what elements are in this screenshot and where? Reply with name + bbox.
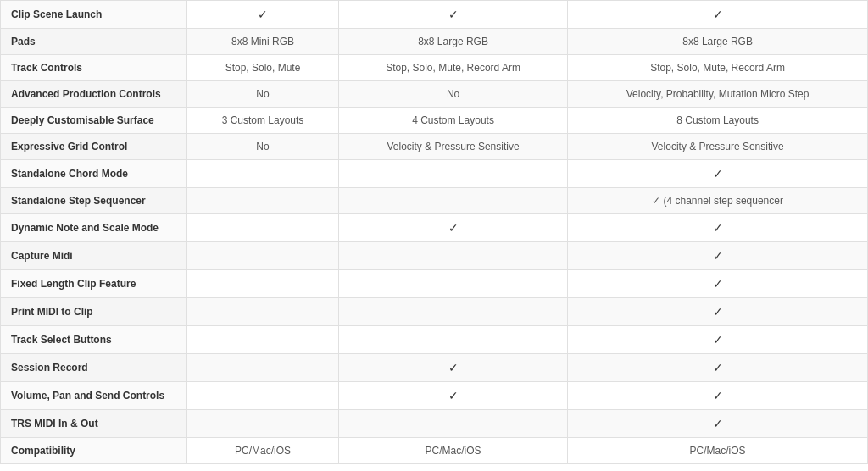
col3-value: ✓: [568, 382, 868, 410]
col2-value: Stop, Solo, Mute, Record Arm: [338, 55, 567, 81]
table-row: Track Select Buttons✓: [1, 326, 868, 354]
feature-label: Session Record: [1, 354, 187, 382]
table-row: Session Record✓✓: [1, 354, 868, 382]
checkmark-icon: ✓: [713, 249, 723, 263]
col3-value: ✓: [568, 1, 868, 29]
col1-value: 3 Custom Layouts: [187, 108, 339, 134]
table-row: Fixed Length Clip Feature✓: [1, 270, 868, 298]
table-row: Dynamic Note and Scale Mode✓✓: [1, 214, 868, 242]
col2-value: ✓: [338, 382, 567, 410]
checkmark-icon: ✓: [713, 417, 723, 430]
col1-value: [187, 188, 339, 214]
col3-value: ✓: [568, 270, 868, 298]
table-row: Track ControlsStop, Solo, MuteStop, Solo…: [1, 55, 868, 81]
col1-value: No: [187, 81, 339, 108]
checkmark-icon: ✓: [713, 361, 723, 374]
col1-value: [187, 382, 339, 410]
col2-value: 4 Custom Layouts: [338, 108, 567, 134]
checkmark-icon: ✓: [713, 167, 723, 180]
col3-value: 8x8 Large RGB: [568, 29, 868, 55]
feature-label: Advanced Production Controls: [1, 81, 187, 108]
col3-value: Stop, Solo, Mute, Record Arm: [568, 55, 868, 81]
col2-value: Velocity & Pressure Sensitive: [338, 134, 567, 160]
table-row: Capture Midi✓: [1, 242, 868, 270]
col2-value: [338, 242, 567, 270]
col1-value: [187, 270, 339, 298]
table-row: Deeply Customisable Surface3 Custom Layo…: [1, 108, 868, 134]
feature-label: TRS MIDI In & Out: [1, 410, 187, 438]
checkmark-icon: ✓: [713, 389, 723, 402]
checkmark-icon: ✓: [713, 277, 723, 291]
feature-label: Pads: [1, 29, 187, 55]
checkmark-icon: ✓: [448, 361, 459, 374]
col2-value: [338, 298, 567, 326]
col3-value: ✓: [568, 160, 868, 188]
col2-value: ✓: [338, 1, 567, 29]
table-row: Advanced Production ControlsNoNoVelocity…: [1, 81, 868, 108]
col2-value: ✓: [338, 354, 567, 382]
col2-value: ✓: [338, 214, 567, 242]
col2-value: [338, 410, 567, 438]
table-row: TRS MIDI In & Out✓: [1, 410, 868, 438]
feature-label: Dynamic Note and Scale Mode: [1, 214, 187, 242]
table-row: Expressive Grid ControlNoVelocity & Pres…: [1, 134, 868, 160]
feature-label: Deeply Customisable Surface: [1, 108, 187, 134]
checkmark-icon: ✓: [448, 8, 459, 21]
col1-value: Stop, Solo, Mute: [187, 55, 339, 81]
col1-value: [187, 410, 339, 438]
comparison-table: Clip Scene Launch✓✓✓Pads8x8 Mini RGB8x8 …: [0, 0, 868, 464]
checkmark-icon: ✓: [713, 221, 723, 235]
col1-value: [187, 354, 339, 382]
col1-value: [187, 242, 339, 270]
feature-label: Capture Midi: [1, 242, 187, 270]
col1-value: [187, 298, 339, 326]
feature-label: Track Select Buttons: [1, 326, 187, 354]
checkmark-icon: ✓: [713, 305, 723, 319]
checkmark-icon: ✓: [713, 333, 723, 346]
checkmark-icon: ✓: [448, 221, 459, 235]
col2-value: 8x8 Large RGB: [338, 29, 567, 55]
col2-value: [338, 188, 567, 214]
feature-label: Expressive Grid Control: [1, 134, 187, 160]
col2-value: [338, 160, 567, 188]
col3-value: ✓ (4 channel step sequencer: [568, 188, 868, 214]
col1-value: 8x8 Mini RGB: [187, 29, 339, 55]
table-row: Pads8x8 Mini RGB8x8 Large RGB8x8 Large R…: [1, 29, 868, 55]
feature-label: Standalone Chord Mode: [1, 160, 187, 188]
col1-value: [187, 160, 339, 188]
feature-label: Volume, Pan and Send Controls: [1, 382, 187, 410]
col3-value: ✓: [568, 298, 868, 326]
table-row: Standalone Step Sequencer✓ (4 channel st…: [1, 188, 868, 214]
feature-label: Fixed Length Clip Feature: [1, 270, 187, 298]
feature-label: Track Controls: [1, 55, 187, 81]
table-row: Standalone Chord Mode✓: [1, 160, 868, 188]
table-row: Clip Scene Launch✓✓✓: [1, 1, 868, 29]
col3-value: Velocity & Pressure Sensitive: [568, 134, 868, 160]
col3-value: Velocity, Probability, Mutation Micro St…: [568, 81, 868, 108]
feature-label: Compatibility: [1, 438, 187, 464]
col3-value: PC/Mac/iOS: [568, 438, 868, 464]
col3-value: ✓: [568, 242, 868, 270]
checkmark-icon: ✓: [258, 8, 268, 21]
col3-value: ✓: [568, 214, 868, 242]
col3-value: ✓: [568, 354, 868, 382]
col1-value: [187, 214, 339, 242]
checkmark-icon: ✓: [448, 389, 459, 402]
col2-value: No: [338, 81, 567, 108]
feature-label: Standalone Step Sequencer: [1, 188, 187, 214]
table-row: Volume, Pan and Send Controls✓✓: [1, 382, 868, 410]
col2-value: [338, 326, 567, 354]
table-row: Print MIDI to Clip✓: [1, 298, 868, 326]
table-row: CompatibilityPC/Mac/iOSPC/Mac/iOSPC/Mac/…: [1, 438, 868, 464]
col3-value: ✓: [568, 410, 868, 438]
col2-value: PC/Mac/iOS: [338, 438, 567, 464]
col3-value: ✓: [568, 326, 868, 354]
checkmark-icon: ✓: [713, 8, 723, 21]
feature-label: Clip Scene Launch: [1, 1, 187, 29]
col1-value: ✓: [187, 1, 339, 29]
col1-value: PC/Mac/iOS: [187, 438, 339, 464]
col1-value: [187, 326, 339, 354]
col3-value: 8 Custom Layouts: [568, 108, 868, 134]
col2-value: [338, 270, 567, 298]
feature-label: Print MIDI to Clip: [1, 298, 187, 326]
